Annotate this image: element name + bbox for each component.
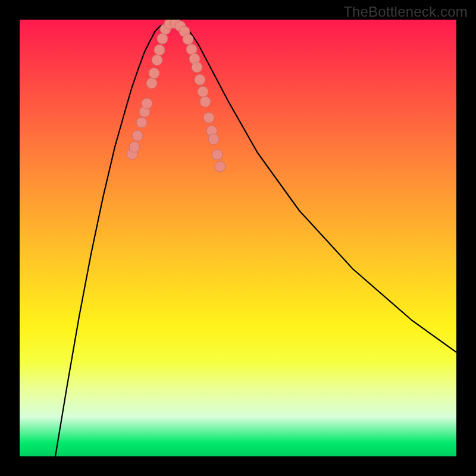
- marker-dot: [183, 34, 193, 45]
- marker-dot: [195, 74, 205, 85]
- marker-dot: [142, 98, 152, 109]
- marker-dot: [154, 45, 165, 55]
- marker-dot: [212, 149, 223, 160]
- marker-dot: [208, 134, 219, 145]
- marker-dot: [186, 44, 197, 55]
- marker-dot: [192, 62, 202, 73]
- plot-area: [20, 20, 456, 456]
- marker-dot: [149, 68, 159, 79]
- marker-dot: [132, 130, 143, 141]
- chart-frame: TheBottleneck.com: [0, 0, 476, 476]
- marker-dot: [136, 117, 147, 128]
- marker-dot: [203, 112, 214, 123]
- marker-group: [127, 20, 226, 172]
- watermark-text: TheBottleneck.com: [343, 4, 468, 20]
- marker-dot: [152, 55, 162, 65]
- marker-dot: [129, 142, 140, 152]
- chart-svg: [20, 20, 456, 456]
- marker-dot: [200, 96, 211, 107]
- bottleneck-curve: [55, 23, 456, 456]
- marker-dot: [198, 86, 208, 97]
- marker-dot: [215, 161, 226, 172]
- marker-dot: [157, 33, 168, 44]
- marker-dot: [146, 78, 157, 89]
